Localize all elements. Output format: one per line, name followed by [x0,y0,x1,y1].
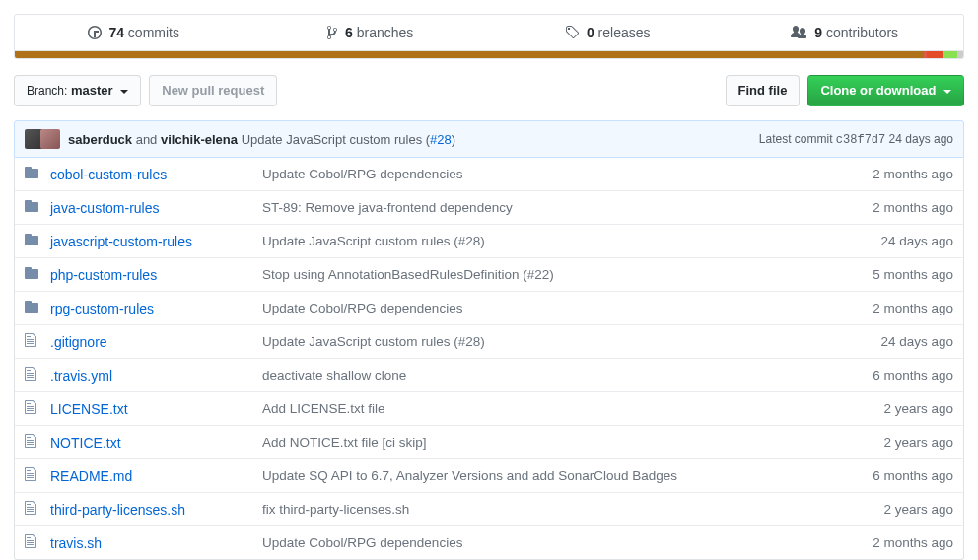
file-row: php-custom-rulesStop using AnnotationBas… [15,257,963,291]
people-icon [791,25,806,40]
file-row: NOTICE.txtAdd NOTICE.txt file [ci skip]2… [15,425,963,458]
branch-label: Branch: [27,84,67,98]
file-name-link[interactable]: rpg-custom-rules [50,301,154,316]
commit-message: saberduck and vilchik-elena Update JavaS… [68,132,759,147]
file-name-link[interactable]: php-custom-rules [50,267,157,283]
language-segment[interactable] [957,51,963,58]
file-name-link[interactable]: README.md [50,468,132,484]
latest-commit-label: Latest commit [759,132,836,146]
commits-stat[interactable]: 74 commits [15,15,252,50]
commit-author-link[interactable]: saberduck [68,132,132,147]
caret-down-icon [943,90,951,94]
releases-stat[interactable]: 0 releases [489,15,727,50]
file-commit-message-link[interactable]: fix third-party-licenses.sh [262,502,409,517]
file-row: .gitignoreUpdate JavaScript custom rules… [15,324,963,358]
commits-count: 74 [108,25,124,40]
file-name-link[interactable]: LICENSE.txt [50,401,128,417]
contributors-count: 9 [814,25,822,40]
file-icon [25,399,36,415]
contributors-stat[interactable]: 9 contributors [727,15,964,50]
language-segment[interactable] [927,51,942,58]
repo-stats-bar: 74 commits 6 branches 0 releases 9 contr… [14,14,964,51]
folder-icon [25,165,38,180]
file-row: cobol-custom-rulesUpdate Cobol/RPG depen… [15,158,963,190]
avatar[interactable] [40,129,60,149]
contributors-label: contributors [826,25,898,40]
language-bar[interactable] [14,51,964,59]
language-segment[interactable] [15,51,924,58]
folder-icon [25,299,38,315]
commit-author-link[interactable]: vilchik-elena [161,132,238,147]
new-pull-request-button[interactable]: New pull request [149,75,277,106]
history-icon [88,25,102,40]
commit-avatars [25,129,60,149]
file-row: .travis.ymldeactivate shallow clone6 mon… [15,358,963,391]
branch-icon [327,25,337,40]
file-age: 2 months ago [835,200,953,215]
file-icon [25,466,36,482]
file-icon [25,433,36,449]
folder-icon [25,198,38,214]
file-navigation: Branch: master New pull request Find fil… [14,75,964,106]
branch-value: master [71,83,113,98]
clone-download-button[interactable]: Clone or download [807,75,964,106]
file-age: 2 months ago [835,167,953,181]
commit-sha-link[interactable]: c38f7d7 [836,133,885,147]
file-commit-message-link[interactable]: Update SQ API to 6.7, Analyzer Versions … [262,468,677,483]
folder-icon [25,232,38,247]
file-commit-message-link[interactable]: Update Cobol/RPG dependencies [262,535,462,550]
file-name-link[interactable]: java-custom-rules [50,200,159,216]
file-commit-message-link[interactable]: Update Cobol/RPG dependencies [262,301,462,315]
language-segment[interactable] [943,51,957,58]
file-age: 2 years ago [835,401,953,416]
commits-label: commits [128,25,179,40]
find-file-button[interactable]: Find file [726,75,801,106]
file-row: third-party-licenses.shfix third-party-l… [15,492,963,525]
file-row: javascript-custom-rulesUpdate JavaScript… [15,224,963,257]
file-icon [25,332,36,348]
releases-label: releases [598,25,651,40]
file-age: 24 days ago [835,334,953,349]
file-icon [25,366,36,382]
file-name-link[interactable]: third-party-licenses.sh [50,502,185,518]
file-name-link[interactable]: travis.sh [50,535,102,551]
file-row: README.mdUpdate SQ API to 6.7, Analyzer … [15,458,963,492]
file-row: rpg-custom-rulesUpdate Cobol/RPG depende… [15,291,963,324]
file-commit-message-link[interactable]: deactivate shallow clone [262,368,406,383]
branches-stat[interactable]: 6 branches [252,15,490,50]
file-icon [25,500,36,516]
file-age: 2 years ago [835,435,953,450]
file-commit-message-link[interactable]: ST-89: Remove java-frontend dependency [262,200,513,215]
file-age: 24 days ago [835,234,953,248]
branches-count: 6 [345,25,353,40]
file-icon [25,533,36,549]
file-age: 2 months ago [835,301,953,315]
file-commit-message-link[interactable]: Update JavaScript custom rules (#28) [262,334,485,349]
file-commit-message-link[interactable]: Stop using AnnotationBasedRulesDefinitio… [262,267,554,282]
branch-select-button[interactable]: Branch: master [14,75,141,106]
commit-message-text: Update JavaScript custom rules ( [238,132,430,147]
folder-icon [25,265,38,281]
commit-age: 24 days ago [885,132,953,146]
file-age: 2 months ago [835,535,953,550]
pr-link[interactable]: #28 [430,132,452,147]
file-commit-message-link[interactable]: Update Cobol/RPG dependencies [262,167,462,181]
file-name-link[interactable]: NOTICE.txt [50,435,121,451]
file-name-link[interactable]: .travis.yml [50,368,112,384]
file-age: 2 years ago [835,502,953,517]
releases-count: 0 [587,25,594,40]
file-name-link[interactable]: cobol-custom-rules [50,167,167,182]
file-age: 5 months ago [835,267,953,282]
branches-label: branches [357,25,414,40]
file-row: java-custom-rulesST-89: Remove java-fron… [15,190,963,224]
file-name-link[interactable]: .gitignore [50,334,107,350]
commit-meta: Latest commit c38f7d7 24 days ago [759,132,953,147]
file-list: cobol-custom-rulesUpdate Cobol/RPG depen… [14,158,964,560]
caret-down-icon [120,90,128,94]
file-commit-message-link[interactable]: Add LICENSE.txt file [262,401,385,416]
latest-commit-bar: saberduck and vilchik-elena Update JavaS… [14,120,964,158]
file-commit-message-link[interactable]: Update JavaScript custom rules (#28) [262,234,485,248]
file-commit-message-link[interactable]: Add NOTICE.txt file [ci skip] [262,435,427,450]
clone-download-label: Clone or download [820,83,936,98]
file-name-link[interactable]: javascript-custom-rules [50,234,192,249]
